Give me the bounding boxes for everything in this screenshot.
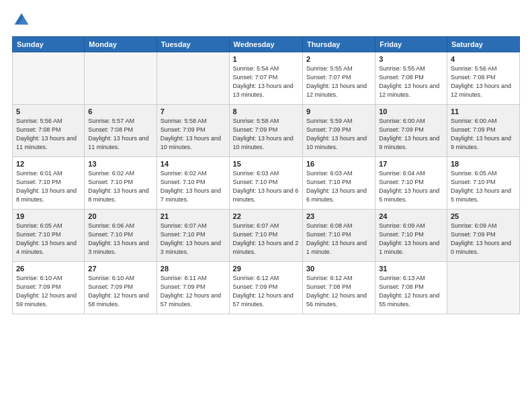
calendar-cell: 31Sunrise: 6:13 AM Sunset: 7:08 PM Dayli… [375, 262, 447, 314]
cell-text: Sunrise: 6:07 AM Sunset: 7:10 PM Dayligh… [161, 222, 226, 257]
day-number: 9 [306, 107, 371, 116]
cell-text: Sunrise: 6:04 AM Sunset: 7:10 PM Dayligh… [379, 169, 443, 204]
day-number: 12 [16, 160, 81, 168]
day-number: 19 [16, 212, 81, 220]
cell-text: Sunrise: 6:03 AM Sunset: 7:10 PM Dayligh… [233, 169, 299, 204]
cell-text: Sunrise: 5:58 AM Sunset: 7:09 PM Dayligh… [233, 117, 299, 152]
calendar-week-4: 19Sunrise: 6:05 AM Sunset: 7:10 PM Dayli… [13, 210, 520, 262]
calendar-cell [85, 52, 157, 105]
calendar-cell: 22Sunrise: 6:07 AM Sunset: 7:10 PM Dayli… [229, 210, 302, 262]
day-number: 25 [451, 212, 516, 220]
calendar-cell: 9Sunrise: 5:59 AM Sunset: 7:09 PM Daylig… [302, 105, 375, 157]
day-number: 14 [161, 160, 226, 168]
day-number: 8 [233, 107, 299, 116]
calendar-cell: 19Sunrise: 6:05 AM Sunset: 7:10 PM Dayli… [13, 210, 85, 262]
calendar: Sunday Monday Tuesday Wednesday Thursday… [12, 36, 520, 314]
day-number: 2 [306, 55, 371, 63]
header-monday: Monday [85, 37, 157, 52]
day-number: 7 [161, 107, 226, 116]
cell-text: Sunrise: 6:08 AM Sunset: 7:10 PM Dayligh… [306, 222, 371, 257]
day-number: 30 [306, 265, 371, 273]
calendar-cell: 6Sunrise: 5:57 AM Sunset: 7:08 PM Daylig… [85, 105, 157, 157]
day-number: 27 [88, 265, 153, 273]
cell-text: Sunrise: 6:12 AM Sunset: 7:08 PM Dayligh… [306, 274, 371, 309]
cell-text: Sunrise: 6:05 AM Sunset: 7:10 PM Dayligh… [451, 169, 516, 204]
cell-text: Sunrise: 6:05 AM Sunset: 7:10 PM Dayligh… [16, 222, 81, 257]
calendar-cell: 18Sunrise: 6:05 AM Sunset: 7:10 PM Dayli… [447, 157, 519, 210]
calendar-cell: 4Sunrise: 5:56 AM Sunset: 7:08 PM Daylig… [447, 52, 519, 105]
calendar-cell: 17Sunrise: 6:04 AM Sunset: 7:10 PM Dayli… [375, 157, 447, 210]
cell-text: Sunrise: 6:02 AM Sunset: 7:10 PM Dayligh… [88, 169, 153, 204]
day-number: 13 [88, 160, 153, 168]
cell-text: Sunrise: 5:59 AM Sunset: 7:09 PM Dayligh… [306, 117, 371, 152]
day-number: 23 [306, 212, 371, 220]
cell-text: Sunrise: 6:11 AM Sunset: 7:09 PM Dayligh… [161, 274, 226, 309]
cell-text: Sunrise: 6:10 AM Sunset: 7:09 PM Dayligh… [88, 274, 153, 309]
calendar-cell: 16Sunrise: 6:03 AM Sunset: 7:10 PM Dayli… [302, 157, 375, 210]
calendar-cell: 30Sunrise: 6:12 AM Sunset: 7:08 PM Dayli… [302, 262, 375, 314]
weekday-header-row: Sunday Monday Tuesday Wednesday Thursday… [13, 37, 520, 52]
calendar-cell: 1Sunrise: 5:54 AM Sunset: 7:07 PM Daylig… [229, 52, 302, 105]
day-number: 22 [233, 212, 299, 220]
calendar-cell: 3Sunrise: 5:55 AM Sunset: 7:08 PM Daylig… [375, 52, 447, 105]
cell-text: Sunrise: 5:56 AM Sunset: 7:08 PM Dayligh… [451, 64, 516, 99]
calendar-cell: 14Sunrise: 6:02 AM Sunset: 7:10 PM Dayli… [157, 157, 229, 210]
calendar-cell: 28Sunrise: 6:11 AM Sunset: 7:09 PM Dayli… [157, 262, 229, 314]
calendar-cell: 12Sunrise: 6:01 AM Sunset: 7:10 PM Dayli… [13, 157, 85, 210]
cell-text: Sunrise: 6:06 AM Sunset: 7:10 PM Dayligh… [88, 222, 153, 257]
cell-text: Sunrise: 6:10 AM Sunset: 7:09 PM Dayligh… [16, 274, 81, 309]
calendar-cell: 13Sunrise: 6:02 AM Sunset: 7:10 PM Dayli… [85, 157, 157, 210]
day-number: 24 [379, 212, 443, 220]
cell-text: Sunrise: 6:00 AM Sunset: 7:09 PM Dayligh… [451, 117, 516, 152]
calendar-week-3: 12Sunrise: 6:01 AM Sunset: 7:10 PM Dayli… [13, 157, 520, 210]
calendar-cell: 8Sunrise: 5:58 AM Sunset: 7:09 PM Daylig… [229, 105, 302, 157]
day-number: 20 [88, 212, 153, 220]
calendar-cell: 10Sunrise: 6:00 AM Sunset: 7:09 PM Dayli… [375, 105, 447, 157]
cell-text: Sunrise: 5:57 AM Sunset: 7:08 PM Dayligh… [88, 117, 153, 152]
calendar-cell: 29Sunrise: 6:12 AM Sunset: 7:09 PM Dayli… [229, 262, 302, 314]
day-number: 5 [16, 107, 81, 116]
day-number: 18 [451, 160, 516, 168]
day-number: 11 [451, 107, 516, 116]
cell-text: Sunrise: 6:09 AM Sunset: 7:10 PM Dayligh… [379, 222, 443, 257]
header-sunday: Sunday [13, 37, 85, 52]
cell-text: Sunrise: 6:00 AM Sunset: 7:09 PM Dayligh… [379, 117, 443, 152]
day-number: 21 [161, 212, 226, 220]
day-number: 17 [379, 160, 443, 168]
calendar-cell: 26Sunrise: 6:10 AM Sunset: 7:09 PM Dayli… [13, 262, 85, 314]
calendar-week-2: 5Sunrise: 5:56 AM Sunset: 7:08 PM Daylig… [13, 105, 520, 157]
page-header [12, 11, 520, 30]
cell-text: Sunrise: 6:09 AM Sunset: 7:09 PM Dayligh… [451, 222, 516, 257]
day-number: 3 [379, 55, 443, 63]
calendar-week-5: 26Sunrise: 6:10 AM Sunset: 7:09 PM Dayli… [13, 262, 520, 314]
header-thursday: Thursday [302, 37, 375, 52]
calendar-week-1: 1Sunrise: 5:54 AM Sunset: 7:07 PM Daylig… [13, 52, 520, 105]
calendar-cell: 25Sunrise: 6:09 AM Sunset: 7:09 PM Dayli… [447, 210, 519, 262]
cell-text: Sunrise: 6:01 AM Sunset: 7:10 PM Dayligh… [16, 169, 81, 204]
calendar-cell [447, 262, 519, 314]
header-wednesday: Wednesday [229, 37, 302, 52]
calendar-cell [13, 52, 85, 105]
header-friday: Friday [375, 37, 447, 52]
cell-text: Sunrise: 6:02 AM Sunset: 7:10 PM Dayligh… [161, 169, 226, 204]
day-number: 6 [88, 107, 153, 116]
calendar-cell: 21Sunrise: 6:07 AM Sunset: 7:10 PM Dayli… [157, 210, 229, 262]
day-number: 15 [233, 160, 299, 168]
day-number: 10 [379, 107, 443, 116]
cell-text: Sunrise: 5:55 AM Sunset: 7:08 PM Dayligh… [379, 64, 443, 99]
cell-text: Sunrise: 5:55 AM Sunset: 7:07 PM Dayligh… [306, 64, 371, 99]
cell-text: Sunrise: 6:03 AM Sunset: 7:10 PM Dayligh… [306, 169, 371, 204]
header-tuesday: Tuesday [157, 37, 229, 52]
cell-text: Sunrise: 6:07 AM Sunset: 7:10 PM Dayligh… [233, 222, 299, 257]
calendar-cell: 23Sunrise: 6:08 AM Sunset: 7:10 PM Dayli… [302, 210, 375, 262]
calendar-cell: 27Sunrise: 6:10 AM Sunset: 7:09 PM Dayli… [85, 262, 157, 314]
calendar-cell [157, 52, 229, 105]
day-number: 4 [451, 55, 516, 63]
calendar-cell: 7Sunrise: 5:58 AM Sunset: 7:09 PM Daylig… [157, 105, 229, 157]
logo [12, 11, 34, 30]
day-number: 26 [16, 265, 81, 273]
cell-text: Sunrise: 5:54 AM Sunset: 7:07 PM Dayligh… [233, 64, 299, 99]
day-number: 28 [161, 265, 226, 273]
calendar-cell: 2Sunrise: 5:55 AM Sunset: 7:07 PM Daylig… [302, 52, 375, 105]
calendar-cell: 5Sunrise: 5:56 AM Sunset: 7:08 PM Daylig… [13, 105, 85, 157]
